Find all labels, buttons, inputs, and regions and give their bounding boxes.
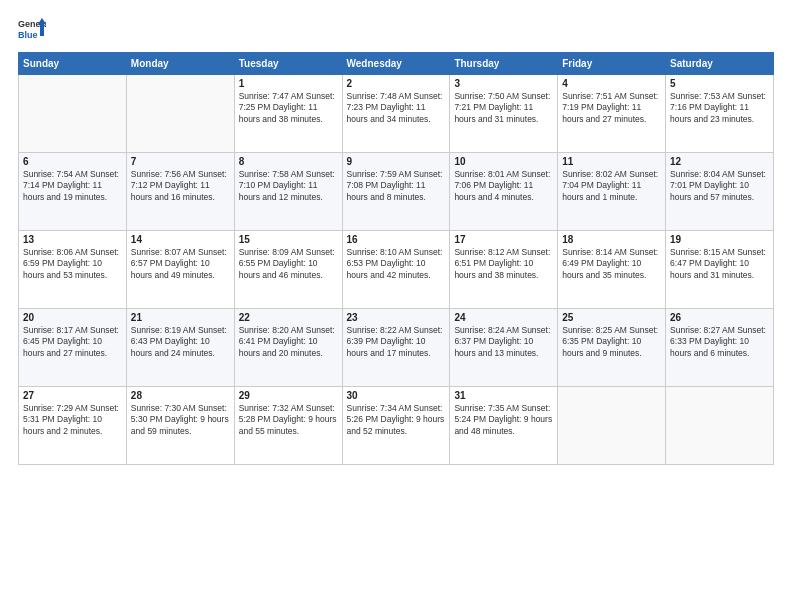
day-cell: 6Sunrise: 7:54 AM Sunset: 7:14 PM Daylig… [19,153,127,231]
day-number: 12 [670,156,769,167]
day-of-week-thursday: Thursday [450,53,558,75]
week-row-4: 27Sunrise: 7:29 AM Sunset: 5:31 PM Dayli… [19,387,774,465]
day-info: Sunrise: 8:27 AM Sunset: 6:33 PM Dayligh… [670,325,769,359]
day-info: Sunrise: 8:25 AM Sunset: 6:35 PM Dayligh… [562,325,661,359]
day-cell [126,75,234,153]
day-cell: 22Sunrise: 8:20 AM Sunset: 6:41 PM Dayli… [234,309,342,387]
day-number: 24 [454,312,553,323]
day-number: 6 [23,156,122,167]
day-info: Sunrise: 7:53 AM Sunset: 7:16 PM Dayligh… [670,91,769,125]
day-cell: 11Sunrise: 8:02 AM Sunset: 7:04 PM Dayli… [558,153,666,231]
day-info: Sunrise: 8:12 AM Sunset: 6:51 PM Dayligh… [454,247,553,281]
days-of-week-row: SundayMondayTuesdayWednesdayThursdayFrid… [19,53,774,75]
page-header: General Blue [18,16,774,44]
day-number: 21 [131,312,230,323]
calendar: SundayMondayTuesdayWednesdayThursdayFrid… [18,52,774,465]
day-info: Sunrise: 7:35 AM Sunset: 5:24 PM Dayligh… [454,403,553,437]
week-row-2: 13Sunrise: 8:06 AM Sunset: 6:59 PM Dayli… [19,231,774,309]
day-number: 15 [239,234,338,245]
day-number: 5 [670,78,769,89]
day-number: 20 [23,312,122,323]
day-cell: 3Sunrise: 7:50 AM Sunset: 7:21 PM Daylig… [450,75,558,153]
day-cell: 9Sunrise: 7:59 AM Sunset: 7:08 PM Daylig… [342,153,450,231]
day-number: 13 [23,234,122,245]
day-number: 11 [562,156,661,167]
day-info: Sunrise: 8:09 AM Sunset: 6:55 PM Dayligh… [239,247,338,281]
day-number: 9 [347,156,446,167]
day-number: 17 [454,234,553,245]
logo: General Blue [18,16,50,44]
day-info: Sunrise: 7:54 AM Sunset: 7:14 PM Dayligh… [23,169,122,203]
day-cell: 7Sunrise: 7:56 AM Sunset: 7:12 PM Daylig… [126,153,234,231]
day-of-week-tuesday: Tuesday [234,53,342,75]
day-number: 31 [454,390,553,401]
day-info: Sunrise: 8:19 AM Sunset: 6:43 PM Dayligh… [131,325,230,359]
day-info: Sunrise: 7:59 AM Sunset: 7:08 PM Dayligh… [347,169,446,203]
day-cell: 2Sunrise: 7:48 AM Sunset: 7:23 PM Daylig… [342,75,450,153]
day-cell: 25Sunrise: 8:25 AM Sunset: 6:35 PM Dayli… [558,309,666,387]
day-info: Sunrise: 8:07 AM Sunset: 6:57 PM Dayligh… [131,247,230,281]
day-number: 30 [347,390,446,401]
day-cell: 17Sunrise: 8:12 AM Sunset: 6:51 PM Dayli… [450,231,558,309]
day-cell: 12Sunrise: 8:04 AM Sunset: 7:01 PM Dayli… [666,153,774,231]
day-cell [666,387,774,465]
day-cell: 13Sunrise: 8:06 AM Sunset: 6:59 PM Dayli… [19,231,127,309]
week-row-1: 6Sunrise: 7:54 AM Sunset: 7:14 PM Daylig… [19,153,774,231]
day-cell: 28Sunrise: 7:30 AM Sunset: 5:30 PM Dayli… [126,387,234,465]
day-number: 7 [131,156,230,167]
day-cell: 1Sunrise: 7:47 AM Sunset: 7:25 PM Daylig… [234,75,342,153]
day-cell: 19Sunrise: 8:15 AM Sunset: 6:47 PM Dayli… [666,231,774,309]
day-info: Sunrise: 8:15 AM Sunset: 6:47 PM Dayligh… [670,247,769,281]
day-cell: 21Sunrise: 8:19 AM Sunset: 6:43 PM Dayli… [126,309,234,387]
day-cell: 18Sunrise: 8:14 AM Sunset: 6:49 PM Dayli… [558,231,666,309]
day-info: Sunrise: 8:10 AM Sunset: 6:53 PM Dayligh… [347,247,446,281]
calendar-body: 1Sunrise: 7:47 AM Sunset: 7:25 PM Daylig… [19,75,774,465]
day-number: 23 [347,312,446,323]
day-info: Sunrise: 8:24 AM Sunset: 6:37 PM Dayligh… [454,325,553,359]
day-info: Sunrise: 8:14 AM Sunset: 6:49 PM Dayligh… [562,247,661,281]
day-number: 27 [23,390,122,401]
day-number: 18 [562,234,661,245]
day-cell: 29Sunrise: 7:32 AM Sunset: 5:28 PM Dayli… [234,387,342,465]
week-row-0: 1Sunrise: 7:47 AM Sunset: 7:25 PM Daylig… [19,75,774,153]
day-info: Sunrise: 7:30 AM Sunset: 5:30 PM Dayligh… [131,403,230,437]
day-cell: 16Sunrise: 8:10 AM Sunset: 6:53 PM Dayli… [342,231,450,309]
day-cell [558,387,666,465]
day-cell: 20Sunrise: 8:17 AM Sunset: 6:45 PM Dayli… [19,309,127,387]
day-info: Sunrise: 7:29 AM Sunset: 5:31 PM Dayligh… [23,403,122,437]
day-info: Sunrise: 7:34 AM Sunset: 5:26 PM Dayligh… [347,403,446,437]
day-of-week-sunday: Sunday [19,53,127,75]
calendar-header: SundayMondayTuesdayWednesdayThursdayFrid… [19,53,774,75]
day-info: Sunrise: 8:01 AM Sunset: 7:06 PM Dayligh… [454,169,553,203]
day-info: Sunrise: 8:02 AM Sunset: 7:04 PM Dayligh… [562,169,661,203]
day-of-week-wednesday: Wednesday [342,53,450,75]
day-number: 28 [131,390,230,401]
day-cell [19,75,127,153]
day-number: 29 [239,390,338,401]
day-cell: 27Sunrise: 7:29 AM Sunset: 5:31 PM Dayli… [19,387,127,465]
day-number: 16 [347,234,446,245]
day-info: Sunrise: 7:48 AM Sunset: 7:23 PM Dayligh… [347,91,446,125]
day-info: Sunrise: 8:06 AM Sunset: 6:59 PM Dayligh… [23,247,122,281]
day-info: Sunrise: 8:20 AM Sunset: 6:41 PM Dayligh… [239,325,338,359]
week-row-3: 20Sunrise: 8:17 AM Sunset: 6:45 PM Dayli… [19,309,774,387]
day-info: Sunrise: 7:50 AM Sunset: 7:21 PM Dayligh… [454,91,553,125]
day-number: 19 [670,234,769,245]
day-info: Sunrise: 8:22 AM Sunset: 6:39 PM Dayligh… [347,325,446,359]
day-number: 8 [239,156,338,167]
day-info: Sunrise: 8:04 AM Sunset: 7:01 PM Dayligh… [670,169,769,203]
day-number: 4 [562,78,661,89]
svg-text:Blue: Blue [18,30,38,40]
day-cell: 30Sunrise: 7:34 AM Sunset: 5:26 PM Dayli… [342,387,450,465]
day-of-week-friday: Friday [558,53,666,75]
day-number: 14 [131,234,230,245]
day-cell: 26Sunrise: 8:27 AM Sunset: 6:33 PM Dayli… [666,309,774,387]
logo-icon: General Blue [18,16,46,44]
day-cell: 10Sunrise: 8:01 AM Sunset: 7:06 PM Dayli… [450,153,558,231]
day-of-week-monday: Monday [126,53,234,75]
day-cell: 23Sunrise: 8:22 AM Sunset: 6:39 PM Dayli… [342,309,450,387]
day-cell: 8Sunrise: 7:58 AM Sunset: 7:10 PM Daylig… [234,153,342,231]
day-info: Sunrise: 7:58 AM Sunset: 7:10 PM Dayligh… [239,169,338,203]
day-info: Sunrise: 8:17 AM Sunset: 6:45 PM Dayligh… [23,325,122,359]
day-number: 3 [454,78,553,89]
